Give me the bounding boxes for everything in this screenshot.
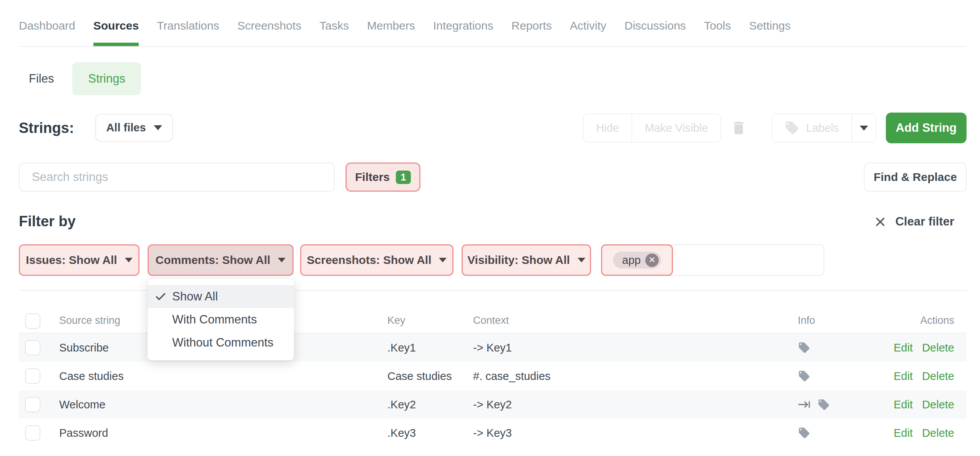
visibility-filter-label: Visibility: Show All xyxy=(467,254,570,267)
filter-by-section-header: Filter by Clear filter xyxy=(19,213,967,233)
info-cell xyxy=(798,398,830,411)
add-string-button[interactable]: Add String xyxy=(886,113,967,143)
label-chip-text: app xyxy=(622,254,641,267)
trash-icon xyxy=(730,119,747,136)
tag-icon xyxy=(798,342,811,354)
delete-link[interactable]: Delete xyxy=(922,427,954,439)
tab-files[interactable]: Files xyxy=(19,72,64,86)
visibility-button-group: Hide Make Visible xyxy=(583,113,721,143)
nav-integrations[interactable]: Integrations xyxy=(433,0,493,46)
nav-settings[interactable]: Settings xyxy=(749,0,791,46)
labels-dropdown-toggle[interactable] xyxy=(852,114,876,142)
label-chip-app[interactable]: app ✕ xyxy=(613,252,661,269)
filter-by-title: Filter by xyxy=(19,213,76,230)
menu-item-label: Without Comments xyxy=(172,336,274,350)
row-checkbox[interactable] xyxy=(25,368,40,384)
menu-item-without-comments[interactable]: Without Comments xyxy=(148,331,294,354)
issues-filter-label: Issues: Show All xyxy=(26,254,117,267)
context-cell: -> Key2 xyxy=(473,398,512,411)
info-cell xyxy=(798,370,811,383)
file-filter-dropdown[interactable]: All files xyxy=(95,114,173,142)
edit-link[interactable]: Edit xyxy=(894,342,913,354)
nav-members[interactable]: Members xyxy=(367,0,415,46)
header-info: Info xyxy=(798,315,815,327)
issues-filter-dropdown[interactable]: Issues: Show All xyxy=(19,244,140,276)
search-row: Filters 1 Find & Replace xyxy=(19,163,967,192)
menu-item-with-comments[interactable]: With Comments xyxy=(148,308,294,331)
screenshots-filter-label: Screenshots: Show All xyxy=(307,254,432,267)
header-context: Context xyxy=(473,315,509,327)
nav-screenshots[interactable]: Screenshots xyxy=(237,0,301,46)
actions-cell: Edit Delete xyxy=(894,370,954,383)
row-checkbox[interactable] xyxy=(25,397,40,412)
hide-button[interactable]: Hide xyxy=(584,114,632,142)
search-strings-input[interactable] xyxy=(19,163,335,192)
edit-link[interactable]: Edit xyxy=(894,370,913,383)
visibility-filter-dropdown[interactable]: Visibility: Show All xyxy=(462,244,591,276)
menu-item-show-all[interactable]: Show All xyxy=(148,285,294,308)
nav-activity[interactable]: Activity xyxy=(570,0,606,46)
chevron-down-icon xyxy=(278,258,286,262)
find-replace-button[interactable]: Find & Replace xyxy=(864,163,967,192)
strings-toolbar: Strings: All files Hide Make Visible xyxy=(19,113,967,143)
key-cell: Case studies xyxy=(387,370,452,383)
tag-icon xyxy=(798,427,811,439)
delete-link[interactable]: Delete xyxy=(922,342,954,354)
remove-label-icon[interactable]: ✕ xyxy=(645,254,659,267)
context-cell: #. case_studies xyxy=(473,370,551,383)
page-title: Strings: xyxy=(19,113,74,143)
clear-filter-button[interactable]: Clear filter xyxy=(874,215,954,229)
delete-strings-button[interactable] xyxy=(727,116,750,139)
source-string-cell: Password xyxy=(59,427,108,439)
sources-subtabs: Files Strings xyxy=(19,62,141,95)
menu-item-label: With Comments xyxy=(172,313,257,327)
source-string-cell: Subscribe xyxy=(59,342,109,354)
delete-link[interactable]: Delete xyxy=(922,370,954,383)
labels-filter-active-highlight: app ✕ xyxy=(601,244,673,276)
labels-split-button: Labels xyxy=(771,113,877,143)
tag-icon xyxy=(817,398,830,411)
delete-link[interactable]: Delete xyxy=(922,398,954,411)
select-all-checkbox[interactable] xyxy=(25,313,40,329)
key-cell: .Key2 xyxy=(387,398,416,411)
actions-cell: Edit Delete xyxy=(894,398,954,411)
tab-strings[interactable]: Strings xyxy=(72,62,141,95)
filters-button[interactable]: Filters 1 xyxy=(345,163,420,192)
key-cell: .Key1 xyxy=(387,342,416,354)
comments-filter-dropdown[interactable]: Comments: Show All xyxy=(148,244,294,276)
clear-filter-label: Clear filter xyxy=(895,215,954,229)
nav-tools[interactable]: Tools xyxy=(704,0,731,46)
nav-translations[interactable]: Translations xyxy=(157,0,219,46)
table-row: Case studies Case studies #. case_studie… xyxy=(19,362,967,390)
screenshots-filter-dropdown[interactable]: Screenshots: Show All xyxy=(300,244,453,276)
table-row: Welcome .Key2 -> Key2 Edit Delete xyxy=(19,390,967,419)
nav-tasks[interactable]: Tasks xyxy=(319,0,349,46)
context-cell: -> Key3 xyxy=(473,427,512,439)
row-checkbox[interactable] xyxy=(25,340,40,355)
header-source-string: Source string xyxy=(59,315,120,327)
chevron-down-icon xyxy=(439,258,447,262)
filters-count-badge: 1 xyxy=(396,171,411,184)
menu-item-label: Show All xyxy=(172,290,218,303)
nav-sources[interactable]: Sources xyxy=(93,0,139,46)
keyboard-tab-icon xyxy=(798,398,811,411)
tag-icon xyxy=(798,370,811,383)
check-icon xyxy=(154,290,168,303)
info-cell xyxy=(798,427,811,439)
edit-link[interactable]: Edit xyxy=(894,398,913,411)
labels-filter-input[interactable]: app ✕ xyxy=(601,244,824,276)
source-string-cell: Welcome xyxy=(59,398,105,411)
chevron-down-icon xyxy=(154,125,162,130)
make-visible-button[interactable]: Make Visible xyxy=(632,114,721,142)
file-filter-label: All files xyxy=(106,121,146,134)
key-cell: .Key3 xyxy=(387,427,416,439)
tag-icon xyxy=(784,120,800,136)
filters-button-label: Filters xyxy=(355,171,390,184)
row-checkbox[interactable] xyxy=(25,425,40,441)
edit-link[interactable]: Edit xyxy=(894,427,913,439)
nav-discussions[interactable]: Discussions xyxy=(625,0,686,46)
labels-button[interactable]: Labels xyxy=(772,114,852,142)
nav-reports[interactable]: Reports xyxy=(512,0,552,46)
nav-dashboard[interactable]: Dashboard xyxy=(19,0,75,46)
info-cell xyxy=(798,342,811,354)
